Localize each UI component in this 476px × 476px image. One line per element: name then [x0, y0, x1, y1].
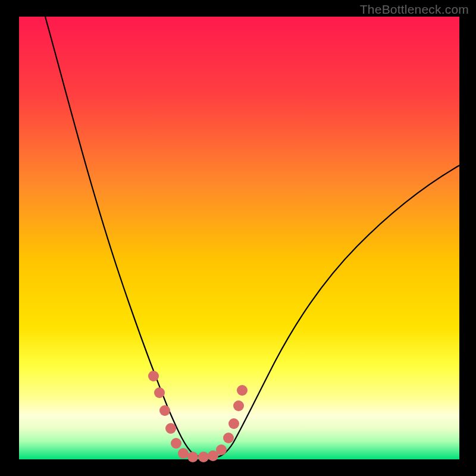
- svg-point-2: [159, 405, 170, 416]
- svg-point-1: [154, 387, 165, 398]
- svg-point-6: [187, 452, 198, 462]
- svg-point-9: [216, 444, 227, 455]
- svg-point-7: [198, 452, 209, 462]
- chart-frame: TheBottleneck.com: [0, 0, 476, 476]
- svg-point-3: [165, 423, 176, 434]
- svg-point-11: [228, 418, 239, 429]
- svg-point-4: [171, 438, 181, 449]
- svg-point-0: [148, 371, 159, 381]
- chart-canvas: [0, 0, 476, 476]
- svg-point-5: [178, 448, 189, 459]
- watermark-text: TheBottleneck.com: [360, 2, 469, 17]
- svg-point-10: [223, 433, 234, 443]
- svg-point-12: [233, 400, 244, 411]
- svg-point-13: [237, 385, 248, 396]
